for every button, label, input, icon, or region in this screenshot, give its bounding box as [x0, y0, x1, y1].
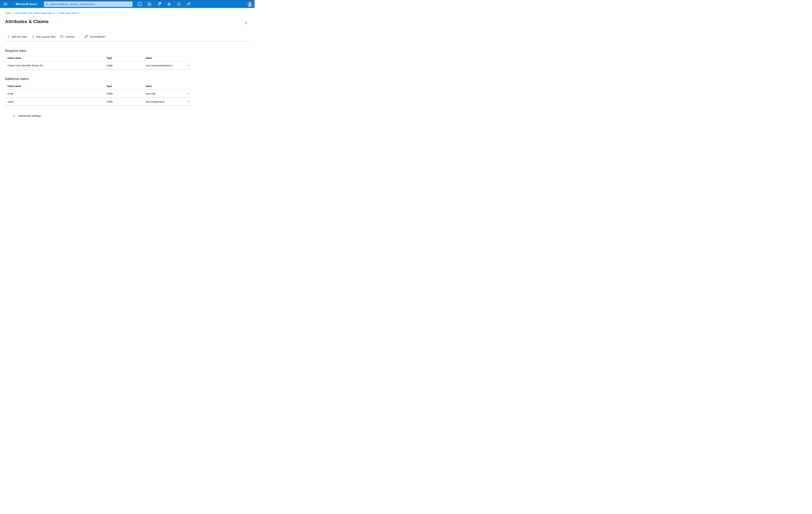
additional-claims-table: Claim name Type Value email SAML user.ma… [5, 83, 191, 106]
title-row: Attributes & Claims … [5, 19, 255, 24]
column-header-value: Value [146, 57, 183, 59]
columns-button[interactable]: Columns [60, 35, 75, 38]
feedback-icon [84, 35, 88, 38]
breadcrumb-separator: > [11, 12, 15, 14]
column-header-type: Type [107, 85, 146, 87]
required-claims-table: Claim name Type Value Unique User Identi… [5, 55, 191, 70]
got-feedback-label: Got feedback? [90, 35, 106, 38]
add-new-claim-label: Add new claim [11, 35, 27, 38]
help-icon: ? [177, 2, 181, 6]
advanced-settings-toggle[interactable]: Advanced settings [13, 114, 255, 117]
close-icon [245, 22, 248, 24]
advanced-settings-label: Advanced settings [18, 114, 41, 117]
cell-claim-name: Unique User Identifier (Name ID) [7, 64, 107, 67]
cell-type: SAML [107, 100, 146, 103]
row-menu-button[interactable]: ••• [187, 64, 191, 67]
notifications-button[interactable]: 6 [154, 0, 164, 8]
feedback-button[interactable] [184, 0, 194, 8]
azure-brand[interactable]: Microsoft Azure [16, 3, 37, 6]
breadcrumb-link-app[interactable]: Azure SAML SSO | SAML-based Sign-on [15, 12, 55, 14]
row-menu-button[interactable]: ••• [187, 92, 191, 95]
got-feedback-button[interactable]: Got feedback? [84, 35, 106, 38]
toolbar: Add new claim Add a group claim Columns … [7, 34, 255, 39]
column-header-value: Value [146, 85, 183, 87]
svg-text:?: ? [178, 3, 179, 5]
directory-filter-button[interactable] [145, 0, 154, 8]
plus-icon [32, 35, 34, 38]
column-header-claim-name: Claim name [7, 85, 107, 87]
cell-claim-name: email [7, 92, 107, 95]
page-title: Attributes & Claims [5, 19, 49, 24]
columns-icon [60, 35, 63, 38]
cell-claim-name: name [7, 100, 107, 103]
cloud-shell-icon [138, 2, 142, 6]
topbar: Microsoft Azure [0, 0, 255, 8]
avatar[interactable] [247, 2, 252, 7]
topbar-icon-group: 6 ? [135, 0, 194, 8]
global-search [44, 1, 133, 7]
bell-icon: 6 [157, 2, 162, 6]
table-header-row: Claim name Type Value [5, 83, 191, 89]
breadcrumb-link-saml-signon[interactable]: SAML-based Sign-on [59, 12, 80, 14]
feedback-icon [186, 2, 191, 6]
settings-button[interactable] [164, 0, 174, 8]
help-button[interactable]: ? [174, 0, 184, 8]
column-header-type: Type [107, 57, 146, 59]
search-input[interactable] [44, 1, 133, 7]
add-group-claim-button[interactable]: Add a group claim [32, 35, 56, 38]
toolbar-rule [5, 41, 250, 42]
columns-label: Columns [65, 35, 75, 38]
table-row: name SAML user.displayname ••• [5, 98, 191, 106]
hamburger-menu-button[interactable] [4, 3, 7, 5]
section-heading-required: Required claim [5, 49, 255, 53]
title-overflow-button[interactable]: … [55, 20, 58, 22]
topbar-edge-stripe [254, 0, 255, 8]
breadcrumb-link-home[interactable]: Home [5, 12, 11, 14]
close-button[interactable] [244, 21, 248, 25]
table-header-row: Claim name Type Value [5, 55, 191, 61]
cell-type: SAML [107, 92, 146, 95]
cell-type: SAML [107, 64, 146, 67]
cell-value: user.displayname [146, 100, 183, 103]
breadcrumb: Home > Azure SAML SSO | SAML-based Sign-… [5, 12, 255, 14]
row-menu-button[interactable]: ••• [187, 100, 191, 103]
breadcrumb-separator: > [55, 12, 59, 14]
cell-value: user.userprincipalname [... [146, 64, 183, 67]
chevron-down-icon [13, 115, 15, 117]
main-content: Required claim Claim name Type Value Uni… [0, 49, 255, 117]
add-new-claim-button[interactable]: Add new claim [7, 35, 27, 38]
section-heading-additional: Additional claims [5, 77, 255, 81]
table-row: Unique User Identifier (Name ID) SAML us… [5, 61, 191, 70]
column-header-claim-name: Claim name [7, 57, 107, 59]
svg-text:6: 6 [160, 2, 161, 4]
hamburger-icon [4, 3, 7, 3]
plus-icon [7, 35, 10, 38]
breadcrumb-separator: > [80, 12, 83, 14]
table-row: email SAML user.mail ••• [5, 89, 191, 98]
gear-icon [167, 2, 171, 6]
add-group-claim-label: Add a group claim [36, 35, 56, 38]
cell-value: user.mail [146, 92, 183, 95]
directory-filter-icon [148, 2, 151, 6]
cloud-shell-button[interactable] [135, 0, 145, 8]
